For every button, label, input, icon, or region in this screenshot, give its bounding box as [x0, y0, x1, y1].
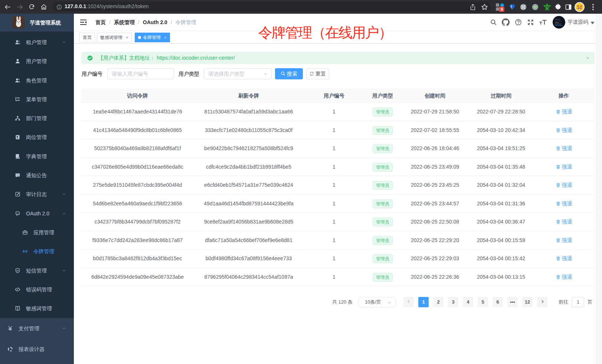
- svg-text:9: 9: [501, 7, 503, 11]
